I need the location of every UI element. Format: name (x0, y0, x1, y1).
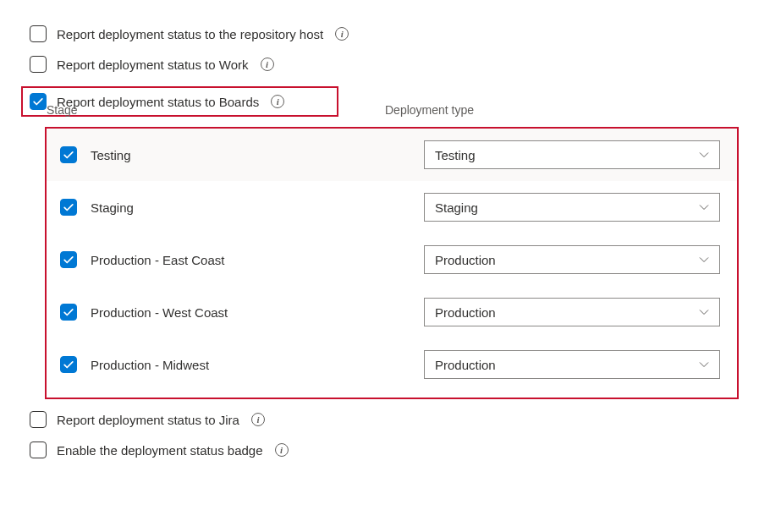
label-work: Report deployment status to Work (57, 58, 249, 72)
stages-table: Testing Testing Staging Staging (45, 127, 739, 399)
stage-name: Production - Midwest (91, 358, 209, 372)
info-icon[interactable]: i (261, 58, 274, 71)
label-badge: Enable the deployment status badge (57, 443, 263, 458)
table-row: Testing Testing (47, 129, 737, 181)
checkbox-stage[interactable] (60, 146, 77, 163)
table-row: Production - East Coast Production (47, 233, 737, 286)
chevron-down-icon (699, 150, 709, 160)
chevron-down-icon (699, 255, 709, 265)
checkbox-repo-host[interactable] (30, 25, 47, 42)
chevron-down-icon (699, 359, 709, 370)
checkbox-stage[interactable] (60, 251, 77, 268)
info-icon[interactable]: i (251, 413, 265, 426)
column-header-type: Deployment type (385, 103, 474, 117)
checkbox-stage[interactable] (60, 356, 77, 373)
table-row: Production - West Coast Production (47, 286, 737, 338)
deployment-type-select[interactable]: Production (424, 298, 720, 326)
deployment-type-select[interactable]: Staging (424, 193, 720, 222)
checkbox-work[interactable] (30, 56, 47, 73)
select-value: Testing (435, 148, 476, 162)
column-header-stage: Stage (31, 103, 385, 117)
info-icon[interactable]: i (275, 443, 289, 457)
stage-name: Production - East Coast (91, 253, 224, 267)
chevron-down-icon (699, 202, 709, 212)
table-row: Production - Midwest Production (47, 338, 737, 391)
label-jira: Report deployment status to Jira (57, 413, 239, 427)
checkbox-badge[interactable] (30, 442, 47, 458)
select-value: Production (435, 305, 496, 320)
table-row: Staging Staging (47, 181, 737, 233)
stage-name: Testing (91, 148, 131, 162)
stage-name: Production - West Coast (91, 305, 228, 320)
checkbox-stage[interactable] (60, 304, 77, 321)
checkbox-jira[interactable] (30, 411, 47, 428)
checkbox-stage[interactable] (60, 199, 77, 216)
deployment-type-select[interactable]: Testing (424, 140, 720, 169)
info-icon[interactable]: i (335, 27, 349, 41)
select-value: Production (435, 253, 496, 267)
deployment-type-select[interactable]: Production (424, 245, 720, 274)
select-value: Staging (435, 200, 478, 215)
label-repo-host: Report deployment status to the reposito… (57, 27, 323, 41)
chevron-down-icon (699, 307, 709, 317)
deployment-type-select[interactable]: Production (424, 350, 720, 379)
stage-name: Staging (91, 200, 134, 215)
select-value: Production (435, 358, 496, 372)
